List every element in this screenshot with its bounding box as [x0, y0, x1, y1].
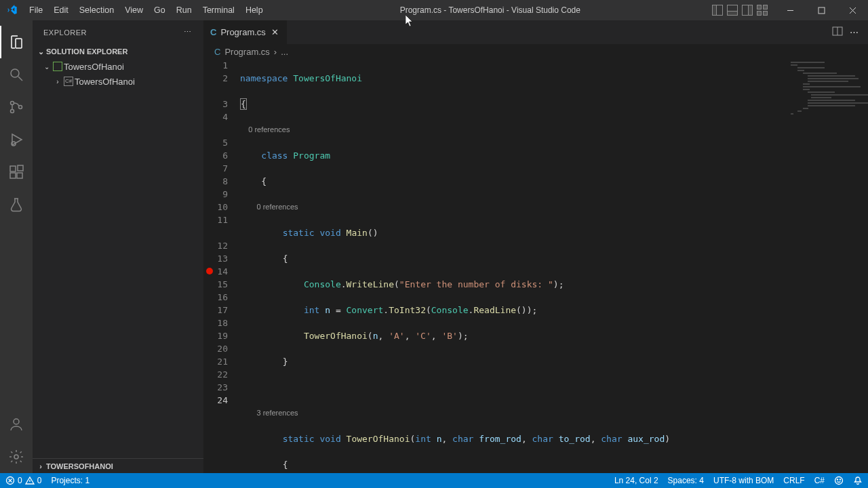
status-cursor[interactable]: Ln 24, Col 2: [614, 476, 658, 485]
activity-settings-icon[interactable]: [0, 441, 33, 473]
line-gutter[interactable]: 1 2 3 4 5 6 7 8 9 10 11 12 13 14 15 16 1…: [203, 59, 240, 473]
svg-point-14: [14, 419, 19, 424]
breakpoint-icon[interactable]: [206, 268, 213, 274]
menu-view[interactable]: View: [119, 5, 149, 15]
minimap[interactable]: [791, 62, 859, 123]
activity-source-control-icon[interactable]: [0, 91, 33, 123]
svg-point-24: [840, 479, 840, 480]
menubar: File Edit Selection View Go Run Terminal…: [24, 5, 269, 15]
sidebar: EXPLORER ⋯ ⌄ SOLUTION EXPLORER ⌄ TowersO…: [33, 20, 203, 473]
tab-close-icon[interactable]: ✕: [270, 27, 280, 37]
layout-bottom-icon[interactable]: [727, 5, 738, 16]
chevron-down-icon: ⌄: [35, 47, 46, 56]
activity-explorer-icon[interactable]: [0, 26, 33, 58]
titlebar: File Edit Selection View Go Run Terminal…: [0, 0, 868, 20]
sidebar-title: EXPLORER ⋯: [33, 20, 203, 44]
section-towersofhanoi[interactable]: › TOWERSOFHANOI: [33, 458, 203, 473]
svg-point-23: [837, 479, 837, 480]
tabbar: C Program.cs ✕ ⋯: [203, 20, 868, 44]
svg-rect-10: [10, 166, 16, 171]
tab-program-cs[interactable]: C Program.cs ✕: [203, 20, 288, 44]
status-eol[interactable]: CRLF: [783, 476, 804, 485]
activity-extensions-icon[interactable]: [0, 156, 33, 188]
activity-testing-icon[interactable]: [0, 188, 33, 221]
statusbar: 0 0 Projects: 1 Ln 24, Col 2 Spaces: 4 U…: [0, 473, 868, 488]
tab-label: Program.cs: [220, 27, 265, 37]
chevron-down-icon: ⌄: [42, 63, 52, 70]
layout-right-icon[interactable]: [742, 5, 753, 16]
csharp-file-icon: C: [210, 27, 216, 37]
svg-point-6: [11, 102, 14, 105]
close-button[interactable]: [837, 0, 868, 20]
chevron-right-icon: ›: [35, 462, 46, 470]
activity-accounts-icon[interactable]: [0, 408, 33, 441]
svg-rect-1: [818, 7, 825, 14]
svg-point-22: [835, 477, 843, 485]
editor-group: C Program.cs ✕ ⋯ C Program.cs › ... 1 2 …: [203, 20, 868, 473]
tree-project[interactable]: › C# TowersOfHanoi: [33, 74, 203, 89]
split-editor-icon[interactable]: [832, 26, 843, 39]
layout-grid-icon[interactable]: [757, 5, 768, 16]
vscode-logo-icon: [0, 5, 24, 16]
svg-rect-12: [17, 173, 22, 178]
status-bell-icon[interactable]: [853, 476, 863, 485]
menu-selection[interactable]: Selection: [74, 5, 119, 15]
menu-help[interactable]: Help: [240, 5, 269, 15]
activity-search-icon[interactable]: [0, 58, 33, 91]
activity-run-debug-icon[interactable]: [0, 123, 33, 156]
editor-more-icon[interactable]: ⋯: [850, 27, 860, 37]
window-title: Program.cs - TowersOfHanoi - Visual Stud…: [269, 5, 712, 15]
svg-rect-11: [10, 173, 16, 178]
menu-file[interactable]: File: [24, 5, 48, 15]
layout-left-icon[interactable]: [712, 5, 723, 16]
menu-terminal[interactable]: Terminal: [197, 5, 240, 15]
maximize-button[interactable]: [806, 0, 837, 20]
status-errors[interactable]: 0 0: [5, 476, 41, 485]
minimize-button[interactable]: [774, 0, 806, 20]
svg-line-5: [18, 77, 22, 81]
svg-point-7: [11, 110, 14, 113]
tree-solution[interactable]: ⌄ TowersOfHanoi: [33, 59, 203, 74]
csproj-icon: C#: [62, 77, 75, 86]
svg-point-4: [11, 69, 19, 77]
csharp-file-icon: C: [214, 47, 220, 57]
status-spaces[interactable]: Spaces: 4: [668, 476, 704, 485]
menu-run[interactable]: Run: [171, 5, 197, 15]
svg-point-15: [14, 455, 18, 459]
menu-edit[interactable]: Edit: [48, 5, 74, 15]
solution-icon: [52, 62, 64, 71]
status-encoding[interactable]: UTF-8 with BOM: [713, 476, 774, 485]
breadcrumbs[interactable]: C Program.cs › ...: [203, 44, 868, 59]
code-editor[interactable]: 1 2 3 4 5 6 7 8 9 10 11 12 13 14 15 16 1…: [203, 59, 868, 473]
svg-rect-13: [18, 165, 23, 171]
status-feedback-icon[interactable]: [834, 476, 844, 485]
sidebar-more-icon[interactable]: ⋯: [184, 28, 193, 37]
status-projects[interactable]: Projects: 1: [51, 476, 90, 485]
chevron-right-icon: ›: [53, 78, 62, 85]
menu-go[interactable]: Go: [149, 5, 171, 15]
status-language[interactable]: C#: [814, 476, 825, 485]
section-solution-explorer[interactable]: ⌄ SOLUTION EXPLORER: [33, 44, 203, 59]
activitybar: [0, 20, 33, 473]
svg-point-8: [19, 106, 22, 109]
